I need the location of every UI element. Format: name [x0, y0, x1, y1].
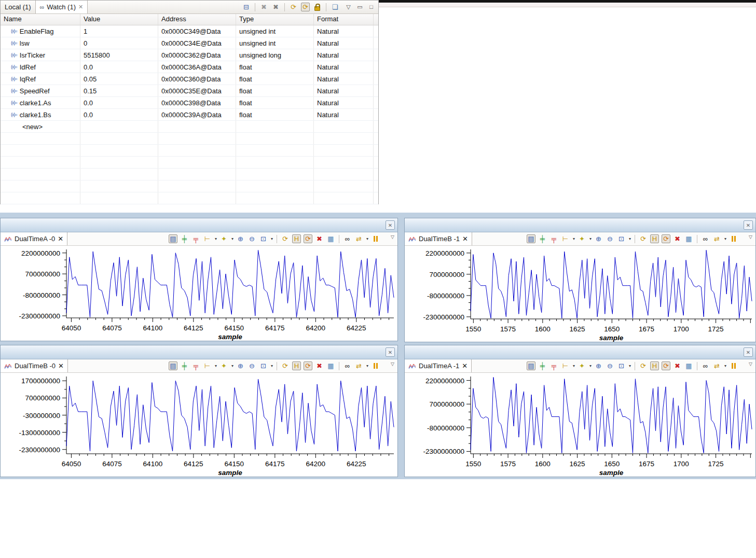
zoom-in-icon[interactable]: ⊕: [594, 234, 603, 243]
watch-empty-row[interactable]: [1, 180, 378, 192]
flush-icon[interactable]: ✖: [315, 234, 324, 243]
graph-properties-icon[interactable]: ▦: [684, 361, 693, 370]
display-properties-icon[interactable]: ▤: [527, 234, 535, 243]
zoom-out-icon[interactable]: ⊖: [248, 361, 256, 370]
pause-icon[interactable]: [729, 234, 738, 243]
hold-icon[interactable]: H: [292, 361, 301, 370]
zoom-box-icon[interactable]: ⊡: [617, 234, 626, 243]
pause-icon[interactable]: [729, 361, 738, 370]
transfer-icon[interactable]: ⇄: [712, 361, 721, 370]
zoom-box-menu-caret[interactable]: ▾: [629, 364, 631, 368]
measure-menu-caret[interactable]: ▾: [573, 364, 575, 368]
find-icon[interactable]: ∞: [343, 234, 352, 243]
lock-icon[interactable]: [313, 3, 322, 11]
zoom-out-icon[interactable]: ⊖: [606, 234, 614, 243]
close-icon[interactable]: ✕: [58, 362, 64, 370]
graph-tab[interactable]: DualTimeB -1✕: [405, 232, 472, 245]
graph-tab[interactable]: DualTimeB -0✕: [1, 359, 68, 372]
center-y-icon[interactable]: ╪: [180, 361, 189, 370]
graph-tab[interactable]: DualTimeA -0✕: [1, 232, 67, 245]
add-marker-icon[interactable]: ✦: [219, 234, 228, 243]
continuous-refresh-icon[interactable]: ⟳: [662, 361, 670, 370]
graph-title-bar[interactable]: ✕: [405, 218, 755, 232]
minimize-icon[interactable]: ▭: [355, 3, 364, 11]
display-properties-icon[interactable]: ▤: [169, 234, 177, 243]
add-marker-icon[interactable]: ✦: [578, 361, 586, 370]
close-icon[interactable]: ✕: [58, 235, 63, 243]
tab-local[interactable]: Local (1): [1, 1, 35, 13]
watch-empty-row[interactable]: [1, 192, 378, 204]
find-icon[interactable]: ∞: [701, 234, 710, 243]
close-icon[interactable]: ✕: [462, 235, 468, 243]
remove-icon[interactable]: ✖: [259, 3, 268, 11]
refresh-icon[interactable]: ⟳: [281, 361, 290, 370]
view-menu-icon[interactable]: ▽: [749, 361, 752, 367]
center-y-icon[interactable]: ╪: [538, 361, 547, 370]
zoom-in-icon[interactable]: ⊕: [236, 361, 245, 370]
transfer-menu-caret[interactable]: ▾: [366, 236, 368, 241]
refresh-icon[interactable]: ⟳: [281, 234, 290, 243]
center-y-icon[interactable]: ╪: [180, 234, 189, 243]
column-header-format[interactable]: Format: [314, 14, 374, 25]
close-icon[interactable]: ✕: [744, 347, 753, 357]
measure-icon[interactable]: ⊢: [561, 361, 570, 370]
watch-row[interactable]: (x)=lsw00x0000C34E@Dataunsigned intNatur…: [1, 37, 378, 49]
refresh-icon[interactable]: ⟳: [639, 361, 648, 370]
transfer-icon[interactable]: ⇄: [354, 361, 363, 370]
zoom-out-icon[interactable]: ⊖: [606, 361, 614, 370]
view-menu-icon[interactable]: ▽: [344, 3, 353, 11]
watch-empty-row[interactable]: [1, 169, 378, 180]
watch-row[interactable]: (x)=IdRef0.00x0000C36A@DatafloatNatural: [1, 61, 378, 73]
graph-title-bar[interactable]: ✕: [1, 345, 397, 359]
watch-row[interactable]: (x)=IsrTicker55158000x0000C362@Dataunsig…: [1, 49, 378, 61]
continuous-refresh-icon[interactable]: ⟳: [304, 234, 312, 243]
remove-all-icon[interactable]: ✖: [271, 3, 280, 11]
close-icon[interactable]: ✕: [386, 347, 395, 357]
watch-empty-row[interactable]: [1, 133, 378, 145]
view-menu-icon[interactable]: ▽: [391, 234, 394, 240]
watch-row[interactable]: (x)=clarke1.Bs0.00x0000C39A@DatafloatNat…: [1, 109, 378, 121]
close-icon[interactable]: ✕: [462, 362, 468, 370]
column-header-name[interactable]: Name: [1, 14, 80, 25]
add-marker-icon[interactable]: ✦: [219, 361, 228, 370]
add-marker-menu-caret[interactable]: ▾: [231, 364, 233, 368]
reset-view-icon[interactable]: ╤: [549, 234, 558, 243]
display-properties-icon[interactable]: ▤: [169, 361, 177, 370]
pause-icon[interactable]: [371, 361, 380, 370]
view-menu-icon[interactable]: ▽: [391, 361, 394, 367]
pause-icon[interactable]: [371, 234, 380, 243]
flush-icon[interactable]: ✖: [315, 361, 324, 370]
add-marker-menu-caret[interactable]: ▾: [589, 364, 592, 368]
transfer-menu-caret[interactable]: ▾: [724, 364, 726, 368]
measure-icon[interactable]: ⊢: [203, 361, 212, 370]
close-icon[interactable]: ✕: [744, 220, 753, 230]
graph-plot[interactable]: 2200000000700000000-800000000-2300000000…: [405, 246, 755, 342]
view-menu-icon[interactable]: ▽: [749, 234, 752, 240]
graph-properties-icon[interactable]: ▦: [326, 234, 335, 243]
hold-icon[interactable]: H: [650, 361, 659, 370]
maximize-icon[interactable]: □: [367, 3, 376, 11]
find-icon[interactable]: ∞: [343, 361, 352, 370]
reset-view-icon[interactable]: ╤: [549, 361, 558, 370]
collapse-all-icon[interactable]: ⊟: [242, 3, 251, 11]
watch-empty-row[interactable]: [1, 157, 378, 169]
column-header-address[interactable]: Address: [158, 14, 236, 25]
transfer-icon[interactable]: ⇄: [712, 234, 721, 243]
measure-menu-caret[interactable]: ▾: [215, 236, 217, 241]
measure-menu-caret[interactable]: ▾: [573, 236, 575, 241]
graph-properties-icon[interactable]: ▦: [326, 361, 335, 370]
graph-plot[interactable]: 1700000000700000000-300000000-1300000000…: [1, 373, 397, 477]
continuous-refresh-icon[interactable]: ⟳: [301, 3, 310, 11]
graph-plot[interactable]: 2200000000700000000-800000000-2300000000…: [1, 246, 397, 341]
add-marker-icon[interactable]: ✦: [578, 234, 586, 243]
refresh-icon[interactable]: ⟳: [639, 234, 648, 243]
measure-icon[interactable]: ⊢: [203, 234, 212, 243]
add-marker-menu-caret[interactable]: ▾: [231, 236, 233, 241]
graph-title-bar[interactable]: ✕: [1, 218, 397, 232]
zoom-box-icon[interactable]: ⊡: [259, 361, 268, 370]
watch-empty-row[interactable]: [1, 145, 378, 157]
watch-row[interactable]: (x)=EnableFlag10x0000C349@Dataunsigned i…: [1, 25, 378, 37]
zoom-box-menu-caret[interactable]: ▾: [271, 236, 273, 241]
watch-row[interactable]: (x)=IqRef0.050x0000C360@DatafloatNatural: [1, 73, 378, 85]
watch-row[interactable]: (x)=clarke1.As0.00x0000C398@DatafloatNat…: [1, 97, 378, 109]
